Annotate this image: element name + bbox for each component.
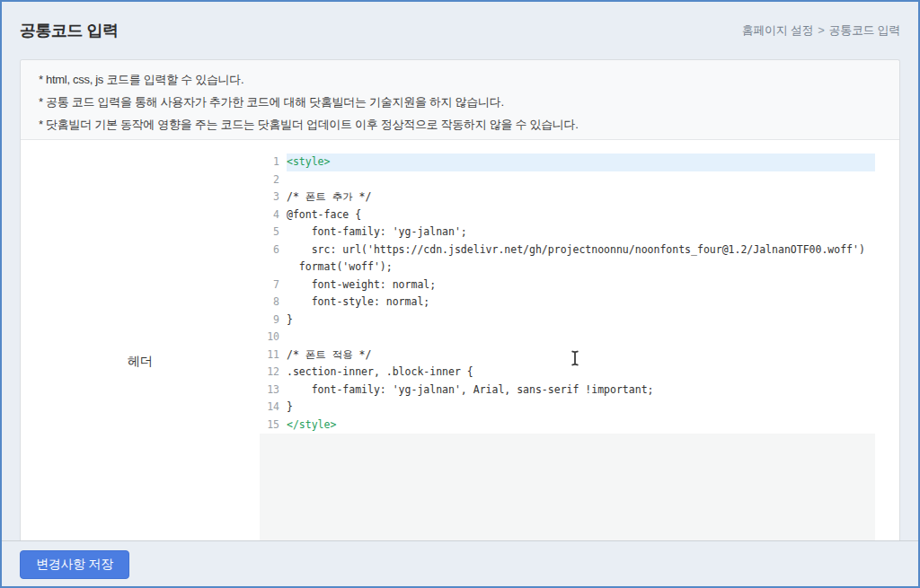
code-line[interactable]: 2 <box>260 171 875 189</box>
code-line-text: font-weight: normal; <box>287 276 875 294</box>
line-number <box>260 259 287 276</box>
code-line[interactable]: 1<style> <box>260 154 875 171</box>
code-line-text: <style> <box>287 154 875 171</box>
footer-bar: 변경사항 저장 <box>2 540 918 586</box>
code-line[interactable]: 5 font-family: 'yg-jalnan'; <box>260 224 875 241</box>
line-number: 15 <box>260 417 287 434</box>
notice-list: * html, css, js 코드를 입력할 수 있습니다.* 공통 코드 입… <box>21 60 899 140</box>
code-line-text: @font-face { <box>287 206 875 224</box>
admin-page: 공통코드 입력 홈페이지 설정>공통코드 입력 * html, css, js … <box>2 2 918 586</box>
page-title: 공통코드 입력 <box>20 20 119 41</box>
line-number: 8 <box>260 294 287 312</box>
line-number: 10 <box>260 329 287 347</box>
line-number: 5 <box>260 224 287 241</box>
code-table: 헤더 1<style>23/* 폰트 추가 */4@font-face {5 f… <box>21 140 899 540</box>
line-number: 6 <box>260 241 287 259</box>
code-line[interactable]: 9} <box>260 312 875 329</box>
code-line[interactable]: 13 font-family: 'yg-jalnan', Arial, sans… <box>260 382 875 399</box>
save-changes-button[interactable]: 변경사항 저장 <box>20 550 129 579</box>
code-line-text: font-family: 'yg-jalnan'; <box>287 224 875 241</box>
code-line-text: src: url('https://cdn.jsdelivr.net/gh/pr… <box>287 241 875 259</box>
breadcrumb-item-settings[interactable]: 홈페이지 설정 <box>742 23 814 37</box>
code-line[interactable]: 14} <box>260 399 875 417</box>
row-label-header: 헤더 <box>21 140 260 540</box>
breadcrumb: 홈페이지 설정>공통코드 입력 <box>742 22 900 39</box>
line-number: 14 <box>260 399 287 417</box>
code-line-text <box>287 171 875 189</box>
code-editor-surface[interactable]: 1<style>23/* 폰트 추가 */4@font-face {5 font… <box>260 154 875 540</box>
editor-empty-area[interactable] <box>260 434 875 540</box>
code-line[interactable]: 7 font-weight: normal; <box>260 276 875 294</box>
main-area: * html, css, js 코드를 입력할 수 있습니다.* 공통 코드 입… <box>2 59 918 540</box>
line-number: 2 <box>260 171 287 189</box>
code-line-text: /* 폰트 적용 */ <box>287 347 875 364</box>
code-line-text <box>287 329 875 347</box>
code-line-text: /* 폰트 추가 */ <box>287 189 875 206</box>
code-line[interactable]: 15</style> <box>260 417 875 434</box>
line-number: 7 <box>260 276 287 294</box>
notice-item: * 공통 코드 입력을 통해 사용자가 추가한 코드에 대해 닷홈빌더는 기술지… <box>39 91 881 113</box>
code-line[interactable]: 12.section-inner, .block-inner { <box>260 364 875 382</box>
code-line[interactable]: 3/* 폰트 추가 */ <box>260 189 875 206</box>
code-line-text: } <box>287 399 875 417</box>
code-line[interactable]: 8 font-style: normal; <box>260 294 875 312</box>
line-number: 4 <box>260 206 287 224</box>
code-line-text: font-style: normal; <box>287 294 875 312</box>
notice-item: * html, css, js 코드를 입력할 수 있습니다. <box>39 68 881 91</box>
code-line-text: format('woff'); <box>287 259 875 276</box>
breadcrumb-item-current: 공통코드 입력 <box>828 23 900 37</box>
breadcrumb-separator: > <box>818 23 824 37</box>
code-line[interactable]: 4@font-face { <box>260 206 875 224</box>
code-line[interactable]: 6 src: url('https://cdn.jsdelivr.net/gh/… <box>260 241 875 259</box>
code-line-text: font-family: 'yg-jalnan', Arial, sans-se… <box>287 382 875 399</box>
code-line[interactable]: 10 <box>260 329 875 347</box>
notice-item: * 닷홈빌더 기본 동작에 영향을 주는 코드는 닷홈빌더 업데이트 이후 정상… <box>39 113 881 136</box>
code-line-text: } <box>287 312 875 329</box>
line-number: 9 <box>260 312 287 329</box>
line-number: 13 <box>260 382 287 399</box>
code-line-text: .section-inner, .block-inner { <box>287 364 875 382</box>
line-number: 3 <box>260 189 287 206</box>
page-header: 공통코드 입력 홈페이지 설정>공통코드 입력 <box>2 2 918 59</box>
code-line[interactable]: format('woff'); <box>260 259 875 276</box>
line-number: 11 <box>260 347 287 364</box>
line-number: 1 <box>260 154 287 171</box>
content-box: * html, css, js 코드를 입력할 수 있습니다.* 공통 코드 입… <box>20 59 900 540</box>
code-line-text: </style> <box>287 417 875 434</box>
line-number: 12 <box>260 364 287 382</box>
code-editor[interactable]: 1<style>23/* 폰트 추가 */4@font-face {5 font… <box>260 140 899 540</box>
code-line[interactable]: 11/* 폰트 적용 */ <box>260 347 875 364</box>
